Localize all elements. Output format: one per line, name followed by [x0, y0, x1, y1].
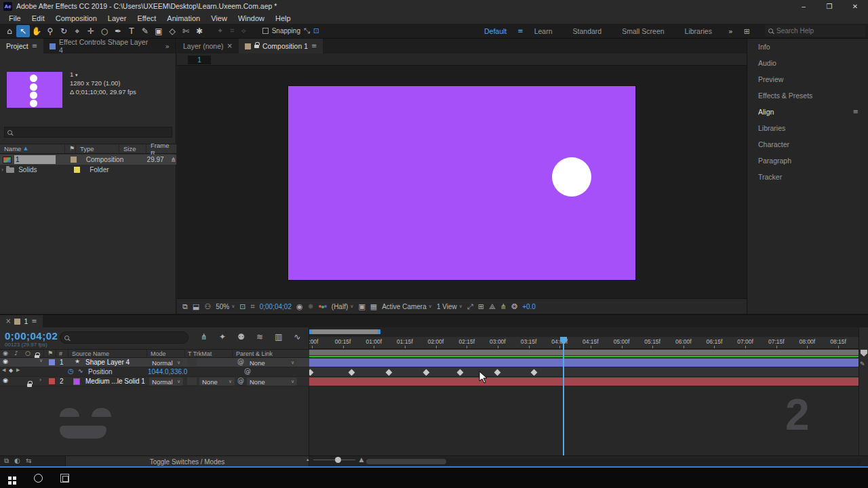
shy-layers-icon[interactable]: ⚉	[237, 333, 245, 341]
column-type[interactable]: Type	[76, 144, 119, 153]
lock-icon[interactable]	[27, 384, 32, 387]
rotobrush-tool[interactable]: ✄	[179, 25, 193, 37]
current-timecode[interactable]: 0;00;04;02	[5, 330, 58, 342]
motion-blur-icon[interactable]: ▥	[275, 333, 282, 341]
add-keyframe-icon[interactable]: ◆	[9, 368, 13, 373]
composition-frame[interactable]	[288, 86, 635, 280]
panel-menu-icon[interactable]: ≡	[311, 43, 317, 49]
menu-item-file[interactable]: File	[3, 14, 26, 22]
workspace-default[interactable]: Default	[475, 27, 516, 35]
pen-tool[interactable]: ✒	[111, 25, 125, 37]
work-area-bar[interactable]	[309, 350, 859, 355]
workspace-small-screen[interactable]: Small Screen	[612, 27, 673, 35]
solid-swatch[interactable]	[73, 378, 80, 385]
search-help-input[interactable]	[776, 27, 851, 35]
project-search-input[interactable]	[16, 127, 151, 138]
project-search[interactable]	[4, 127, 172, 138]
view-layout-dropdown[interactable]: 1 View∨	[437, 303, 462, 310]
brush-tool[interactable]: ✎	[138, 25, 152, 37]
column-number[interactable]: #	[59, 350, 62, 357]
zoom-tool[interactable]: ⚲	[43, 25, 57, 37]
keyframe-diamond[interactable]	[309, 369, 313, 375]
comp-button-icon[interactable]: ✎	[860, 361, 865, 367]
timeline-zoom-slider[interactable]	[313, 460, 355, 460]
close-button[interactable]: ✕	[842, 0, 868, 12]
parent-dropdown[interactable]: None∨	[247, 378, 297, 386]
menu-item-effect[interactable]: Effect	[132, 14, 161, 22]
label-color-swatch[interactable]	[71, 157, 77, 163]
tab-layer[interactable]: Layer (none) ×	[177, 39, 239, 54]
camera-tool[interactable]: ⌖	[71, 25, 84, 37]
project-row-composition[interactable]: 1 Composition 29.97 ⋔	[0, 155, 176, 165]
layer-duration-bar[interactable]	[309, 359, 859, 367]
viewer-timecode[interactable]: 0;00;04;02	[260, 303, 292, 310]
stopwatch-icon[interactable]: ◷	[68, 368, 74, 375]
layer-duration-bar[interactable]	[309, 378, 859, 386]
column-frame-rate[interactable]: Frame R...	[146, 144, 176, 153]
menu-item-help[interactable]: Help	[270, 14, 296, 22]
close-tab-icon[interactable]: ×	[5, 318, 11, 325]
panel-menu-icon[interactable]: ≡	[853, 108, 859, 115]
workspace-overflow-icon[interactable]: »	[723, 28, 738, 35]
expand-chevron-icon[interactable]: ›	[39, 378, 41, 383]
sidebar-panel-preview[interactable]: Preview	[747, 71, 868, 87]
region-of-interest-icon[interactable]: ⊡	[239, 303, 245, 310]
close-tab-icon[interactable]: ×	[227, 43, 233, 49]
tab-composition[interactable]: Composition 1 ≡	[239, 39, 323, 54]
show-snapshot-icon[interactable]: ✸	[308, 303, 314, 310]
collapse-caret-icon[interactable]: ▾	[75, 73, 78, 78]
layer-name[interactable]: Shape Layer 4	[85, 359, 130, 366]
zoom-out-icon[interactable]: ▴	[307, 458, 309, 462]
transparency-grid-icon[interactable]: ▦	[370, 303, 377, 310]
shape-tool[interactable]: ○	[98, 25, 111, 37]
scrollbar-thumb[interactable]	[366, 459, 446, 464]
composition-thumbnail[interactable]	[7, 72, 62, 108]
menu-item-layer[interactable]: Layer	[102, 14, 132, 22]
timeline-pane-toggle-icon-1[interactable]: ◐	[14, 458, 20, 464]
tag-icon[interactable]: ⚑	[47, 350, 53, 357]
snap-box-icon[interactable]: ⊡	[313, 27, 319, 35]
keyframe-diamond[interactable]	[457, 369, 464, 375]
menu-item-animation[interactable]: Animation	[161, 14, 205, 22]
keyframe-diamond[interactable]	[531, 369, 538, 375]
sidebar-panel-character[interactable]: Character	[747, 136, 868, 152]
menu-item-window[interactable]: Window	[233, 14, 270, 22]
sidebar-panel-libraries[interactable]: Libraries	[747, 120, 868, 136]
comp-marker-bin-icon[interactable]	[861, 350, 867, 357]
pickwhip-icon[interactable]: @	[237, 359, 244, 365]
expand-chevron-icon[interactable]: ∨	[39, 359, 43, 363]
menu-item-composition[interactable]: Composition	[50, 14, 102, 22]
timeline-pane-toggle-icon-0[interactable]: ⧉	[4, 458, 9, 464]
playhead[interactable]	[563, 337, 564, 455]
comp-breadcrumb[interactable]: 1	[188, 56, 211, 64]
column-source-name[interactable]: Source Name	[72, 350, 109, 357]
sidebar-panel-effects-presets[interactable]: Effects & Presets	[747, 87, 868, 104]
comp-flowchart-icon[interactable]: ⋔	[500, 303, 507, 310]
selection-tool[interactable]: ↖	[16, 25, 30, 37]
sidebar-panel-audio[interactable]: Audio	[747, 55, 868, 71]
fast-previews-icon[interactable]: ⊞	[478, 303, 484, 310]
comp-flowchart-icon[interactable]: ⋔	[201, 333, 208, 341]
sidebar-panel-tracker[interactable]: Tracker	[747, 169, 868, 185]
show-channels-icon[interactable]	[319, 305, 321, 308]
layer-name[interactable]: Medium ...le Solid 1	[85, 378, 145, 385]
audio-icon[interactable]: ♪	[14, 350, 18, 357]
blend-mode-dropdown[interactable]: Normal∨	[149, 359, 183, 367]
eye-icon[interactable]: ◉	[3, 378, 8, 384]
type-tool[interactable]: T	[125, 25, 138, 37]
cortana-icon[interactable]	[34, 474, 43, 483]
pickwhip-icon[interactable]: @	[237, 378, 244, 384]
puppet-tool[interactable]: ✱	[193, 25, 206, 37]
start-button-icon[interactable]	[8, 476, 12, 480]
layer-row-shape-layer-4[interactable]: ◉ ∨ 1 ★ Shape Layer 4 Normal∨ @ None∨	[0, 358, 309, 367]
stamp-tool[interactable]: ▣	[152, 25, 165, 37]
parent-dropdown[interactable]: None∨	[247, 359, 297, 367]
property-row-position[interactable]: ◀ ◆ ▶ ◷ ∿ Position 1044.0,336.0 @	[0, 367, 309, 377]
solo-icon[interactable]: ○	[25, 350, 31, 357]
layer-label-swatch[interactable]	[49, 378, 55, 384]
workspace-switcher-icon[interactable]: ⊞	[744, 28, 750, 35]
shape-layer-circle[interactable]	[552, 157, 591, 197]
position-value[interactable]: 1044.0,336.0	[148, 368, 187, 375]
timeline-search[interactable]	[60, 331, 189, 344]
sidebar-panel-paragraph[interactable]: Paragraph	[747, 152, 868, 169]
